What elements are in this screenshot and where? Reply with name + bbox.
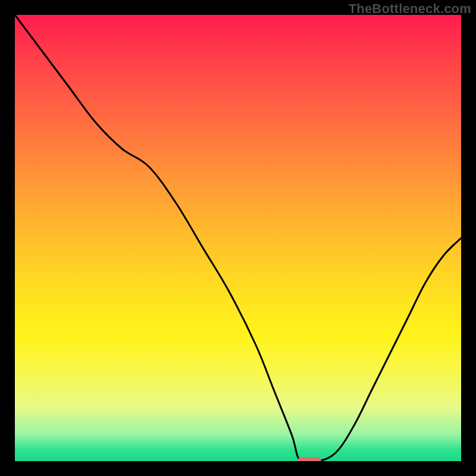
chart-frame: TheBottleneck.com: [0, 0, 476, 476]
plot-area: [15, 15, 461, 461]
optimum-marker: [298, 457, 321, 461]
bottleneck-curve-path: [15, 15, 461, 461]
watermark-text: TheBottleneck.com: [349, 1, 471, 17]
curve-svg: [15, 15, 461, 461]
